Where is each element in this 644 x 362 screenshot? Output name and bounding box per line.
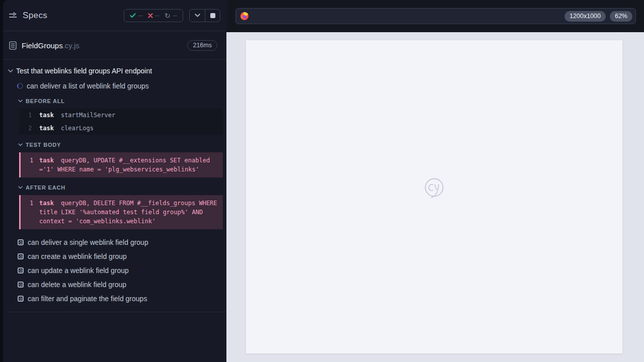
- chevron-down-icon: [18, 143, 23, 146]
- running-spinner-icon: [17, 83, 23, 89]
- hook-header-before-all[interactable]: BEFORE ALL: [18, 97, 221, 105]
- viewport-size-badge[interactable]: 1200x1000: [565, 11, 606, 22]
- pending-test-icon: [18, 239, 24, 245]
- stop-icon: [210, 13, 215, 18]
- spec-name: FieldGroups: [22, 41, 63, 50]
- refresh-icon: ↻: [165, 12, 171, 19]
- x-icon: [148, 13, 153, 18]
- hook-header-test-body[interactable]: TEST BODY: [18, 141, 221, 149]
- app-under-test-viewport: [246, 40, 622, 353]
- test-title: can deliver a list of weblink field grou…: [27, 82, 149, 90]
- chevron-down-icon: [18, 100, 23, 103]
- stat-running: ↻ --: [165, 12, 177, 19]
- stat-failed: --: [148, 12, 159, 19]
- pending-test-list: can deliver a single weblink field group…: [8, 235, 221, 306]
- suite-title: Test that weblinks field groups API endp…: [16, 67, 152, 75]
- command-block-before-all: 1 taskstartMailServer 2 taskclearLogs: [19, 109, 223, 135]
- command-method: task: [39, 125, 54, 132]
- command-method: task: [39, 200, 54, 207]
- test-title: can delete a weblink field group: [28, 281, 126, 289]
- test-title: can update a weblink field group: [28, 266, 129, 275]
- pending-test-row[interactable]: can deliver a single weblink field group: [18, 235, 221, 249]
- command-row[interactable]: 1 taskqueryDB, DELETE FROM #__fields_gro…: [19, 195, 223, 229]
- pending-test-row[interactable]: can update a weblink field group: [18, 263, 221, 278]
- command-message: clearLogs: [61, 125, 94, 132]
- command-message: queryDB, UPDATE #__extensions SET enable…: [39, 157, 210, 173]
- runner-pane: 1200x1000 62%: [226, 0, 644, 362]
- collapse-all-button[interactable]: [190, 10, 205, 22]
- running-test-row[interactable]: can deliver a list of weblink field grou…: [17, 81, 221, 91]
- command-row[interactable]: 1 taskstartMailServer: [19, 109, 223, 122]
- browser-url-toolbar: 1200x1000 62%: [226, 0, 644, 32]
- command-message: queryDB, DELETE FROM #__fields_groups WH…: [39, 200, 217, 225]
- zoom-level-badge: 62%: [610, 11, 632, 22]
- chevron-down-icon: [195, 14, 200, 17]
- stat-passed: --: [130, 12, 142, 19]
- pending-test-row[interactable]: can delete a weblink field group: [18, 278, 221, 292]
- expand-specs-icon[interactable]: [9, 12, 18, 19]
- reporter-sidebar: Specs -- -- ↻ --: [3, 0, 226, 362]
- chevron-down-icon: [8, 69, 13, 73]
- run-actions-group: [189, 9, 220, 22]
- firefox-browser-icon: [240, 12, 249, 20]
- test-tree: Test that weblinks field groups API endp…: [3, 60, 226, 312]
- command-row[interactable]: 2 taskclearLogs: [19, 122, 223, 135]
- test-title: can filter and paginate the field groups: [28, 295, 147, 303]
- pending-test-icon: [18, 253, 24, 259]
- command-row[interactable]: 1 taskqueryDB, UPDATE #__extensions SET …: [19, 152, 223, 177]
- spec-duration-badge: 216ms: [187, 40, 217, 51]
- spec-file-row[interactable]: FieldGroups.cy.js 216ms: [3, 31, 226, 60]
- pending-test-row[interactable]: can create a weblink field group: [18, 249, 221, 263]
- command-block-test-body: 1 taskqueryDB, UPDATE #__extensions SET …: [19, 152, 223, 177]
- hook-header-after-each[interactable]: AFTER EACH: [18, 184, 221, 192]
- cypress-logo-watermark: [423, 177, 446, 208]
- run-stats-group: -- -- ↻ --: [124, 9, 183, 22]
- sidebar-header: Specs -- -- ↻ --: [3, 0, 226, 31]
- check-icon: [130, 13, 136, 18]
- test-title: can create a weblink field group: [28, 252, 127, 260]
- spec-file-icon: [9, 41, 17, 50]
- pending-test-icon: [18, 267, 24, 274]
- test-title: can deliver a single weblink field group: [28, 238, 148, 246]
- command-method: task: [39, 157, 54, 164]
- command-block-after-each: 1 taskqueryDB, DELETE FROM #__fields_gro…: [19, 195, 223, 229]
- spec-extension: .cy.js: [63, 41, 79, 50]
- suite-row[interactable]: Test that weblinks field groups API endp…: [8, 65, 221, 77]
- chevron-down-icon: [18, 186, 23, 189]
- runner-stage: [226, 32, 644, 362]
- pending-test-row[interactable]: can filter and paginate the field groups: [18, 292, 221, 306]
- command-method: task: [39, 112, 54, 119]
- pending-test-icon: [18, 296, 24, 302]
- url-bar[interactable]: 1200x1000 62%: [235, 8, 636, 24]
- stop-run-button[interactable]: [205, 10, 220, 22]
- page-title: Specs: [23, 11, 47, 21]
- pending-test-icon: [18, 282, 24, 288]
- tree-bottom-divider: [6, 312, 226, 312]
- command-message: startMailServer: [61, 112, 115, 119]
